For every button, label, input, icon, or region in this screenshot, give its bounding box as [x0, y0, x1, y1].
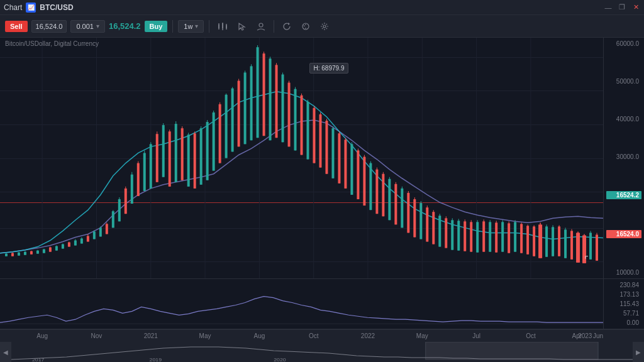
vol-tick-1: 230.84 — [606, 282, 641, 288]
separator-1 — [172, 20, 173, 33]
separator-3 — [274, 20, 274, 33]
svg-rect-88 — [194, 133, 196, 189]
svg-rect-148 — [382, 174, 384, 217]
svg-rect-60 — [106, 224, 108, 234]
svg-rect-150 — [388, 179, 391, 221]
svg-rect-160 — [419, 203, 422, 239]
price-tick-10k: 10000.0 — [606, 269, 641, 276]
sell-price-display: 16,524.0 — [31, 20, 67, 33]
svg-rect-120 — [294, 89, 297, 151]
svg-rect-80 — [169, 131, 171, 187]
svg-rect-144 — [369, 163, 372, 211]
svg-text:2019: 2019 — [150, 356, 162, 362]
cursor-icon — [238, 22, 247, 31]
current-price: 16,524.2 — [109, 21, 141, 31]
volume-chart: 230.84 173.13 115.43 57.71 0.00 — [0, 279, 644, 329]
svg-rect-142 — [363, 156, 365, 206]
account-button[interactable] — [253, 20, 269, 33]
svg-rect-98 — [225, 95, 228, 158]
minimize-button[interactable]: — — [604, 3, 613, 12]
svg-rect-52 — [80, 239, 83, 244]
settings-button[interactable] — [317, 20, 332, 33]
scroll-left-button[interactable]: ◀ — [0, 342, 11, 362]
svg-rect-206 — [564, 229, 567, 258]
svg-rect-92 — [206, 122, 209, 180]
svg-rect-32 — [18, 253, 20, 256]
svg-rect-176 — [470, 222, 472, 251]
svg-rect-164 — [432, 212, 435, 244]
account-icon — [257, 22, 265, 31]
svg-rect-166 — [438, 216, 441, 246]
svg-rect-186 — [501, 222, 504, 251]
main-chart[interactable]: Bitcoin/USDollar, Digital Currency H: 68… — [0, 38, 644, 279]
timeline-labels: Aug Nov 2021 May Aug Oct 2022 May Jul Oc… — [0, 329, 603, 342]
price-scale: 60000.0 50000.0 40000.0 30000.0 16524.2 … — [603, 38, 644, 278]
svg-rect-162 — [426, 207, 428, 241]
restore-button[interactable]: ❐ — [618, 3, 626, 12]
svg-rect-204 — [558, 226, 560, 256]
bottom-bar: ◀ 2017 2019 2020 ▶ — [0, 342, 644, 362]
scroll-right-button[interactable]: ▶ — [633, 342, 644, 362]
mini-scroll[interactable]: 2017 2019 2020 — [11, 342, 633, 362]
svg-rect-102 — [238, 81, 240, 147]
svg-rect-138 — [350, 144, 353, 195]
svg-rect-72 — [143, 153, 146, 190]
svg-rect-104 — [244, 72, 247, 144]
toolbar: Sell 16,524.0 0.001 16,524.2 Buy 1w — [0, 15, 644, 38]
t-may: May — [199, 332, 211, 339]
candle-group-early — [5, 45, 598, 263]
svg-rect-198 — [538, 224, 542, 258]
timeline-right-label: Apr Jun — [572, 332, 603, 339]
app-title: Chart — [4, 3, 22, 12]
svg-rect-96 — [219, 104, 221, 163]
t-may2: May — [416, 332, 428, 339]
svg-rect-188 — [508, 223, 510, 253]
svg-text:2020: 2020 — [274, 356, 286, 362]
svg-rect-152 — [394, 184, 397, 225]
t-oct: Oct — [309, 332, 319, 339]
sell-price-value: 16,524.0 — [36, 23, 63, 30]
vol-tick-4: 57.71 — [606, 310, 641, 317]
svg-rect-34 — [24, 252, 26, 255]
svg-point-10 — [259, 23, 263, 27]
cursor-button[interactable] — [235, 20, 250, 33]
svg-text:2017: 2017 — [32, 356, 45, 362]
lot-size-dropdown[interactable]: 0.001 — [70, 20, 105, 33]
replay-button[interactable] — [279, 20, 294, 33]
svg-rect-202 — [552, 227, 554, 256]
svg-rect-140 — [357, 150, 359, 199]
close-button[interactable]: ✕ — [631, 3, 640, 12]
titlebar: Chart 📈 BTC/USD — ❐ ✕ — [0, 0, 644, 15]
svg-rect-40 — [43, 250, 45, 253]
price-tick-30k: 30000.0 — [606, 153, 641, 160]
candles-svg — [0, 38, 603, 278]
svg-rect-36 — [30, 251, 33, 255]
svg-rect-114 — [275, 65, 278, 138]
svg-rect-70 — [137, 163, 140, 196]
buy-button[interactable]: Buy — [145, 21, 168, 32]
svg-rect-194 — [526, 226, 529, 254]
svg-rect-58 — [99, 228, 102, 236]
t-aug2: Aug — [253, 332, 265, 339]
svg-rect-68 — [131, 175, 133, 204]
sell-button[interactable]: Sell — [5, 21, 28, 32]
svg-rect-212 — [582, 235, 586, 263]
settings-icon — [320, 22, 329, 31]
sell-price-badge: 16524.0 — [606, 230, 641, 238]
t-aug: Aug — [36, 332, 48, 339]
svg-rect-208 — [570, 231, 573, 259]
chart-type-button[interactable] — [214, 19, 231, 33]
separator-2 — [209, 20, 209, 33]
svg-rect-136 — [344, 140, 347, 189]
svg-rect-172 — [457, 221, 460, 250]
timeframe-dropdown[interactable]: 1w — [178, 20, 204, 33]
svg-point-16 — [323, 25, 326, 28]
indicators-button[interactable] — [298, 20, 313, 33]
svg-rect-210 — [576, 233, 580, 262]
svg-rect-130 — [325, 121, 328, 174]
svg-rect-178 — [476, 222, 479, 252]
svg-rect-128 — [319, 114, 321, 168]
svg-rect-66 — [125, 189, 127, 214]
svg-rect-54 — [87, 236, 89, 241]
svg-line-15 — [304, 25, 305, 26]
